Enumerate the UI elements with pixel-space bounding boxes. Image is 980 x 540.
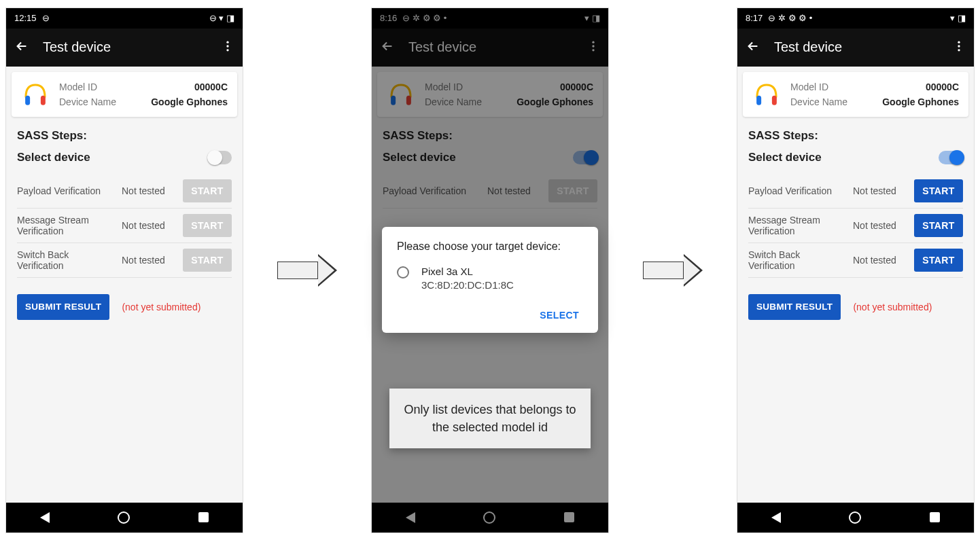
flow-arrow	[277, 254, 337, 287]
step-status: Not tested	[122, 185, 176, 196]
select-device-toggle[interactable]	[207, 151, 232, 164]
app-bar: Test device	[6, 29, 243, 67]
device-name-value: Google Gphones	[151, 96, 228, 107]
device-name-label: Device Name	[790, 96, 847, 107]
step-name: Switch Back Verification	[17, 249, 115, 271]
status-left-icons: ⊖ ✲ ⚙ ⚙ •	[768, 13, 812, 23]
submit-row: SUBMIT RESULT (not yet submitted)	[737, 278, 974, 336]
select-device-label: Select device	[748, 151, 822, 164]
submit-result-button[interactable]: SUBMIT RESULT	[748, 294, 841, 320]
svg-rect-9	[406, 95, 411, 105]
status-bar: 8:16 ⊖ ✲ ⚙ ⚙ • ▾ ◨	[372, 8, 608, 29]
nav-recent-icon[interactable]	[930, 512, 940, 522]
choose-device-dialog: Please choose your target device: Pixel …	[382, 227, 598, 334]
svg-point-1	[226, 45, 228, 47]
status-right-icons: ⊖ ▾ ◨	[209, 13, 234, 23]
status-left-icons: ⊖ ✲ ⚙ ⚙ •	[402, 13, 447, 23]
nav-bar	[6, 503, 243, 533]
back-icon[interactable]	[380, 39, 395, 56]
nav-back-icon[interactable]	[40, 512, 50, 523]
device-name-label: Device Name	[425, 96, 482, 107]
status-time: 12:15	[14, 13, 37, 23]
step-row: Message Stream Verification Not tested S…	[17, 209, 232, 243]
section-title: SASS Steps:	[737, 122, 974, 148]
step-row: Switch Back Verification Not tested STAR…	[17, 243, 232, 278]
select-device-label: Select device	[383, 151, 456, 164]
status-right-icons: ▾ ◨	[950, 13, 966, 23]
start-button[interactable]: START	[914, 214, 963, 237]
step-row: Payload Verification Not tested START	[748, 174, 963, 209]
more-icon[interactable]	[587, 39, 600, 56]
svg-rect-4	[41, 95, 46, 105]
submit-result-button[interactable]: SUBMIT RESULT	[17, 294, 109, 320]
svg-point-6	[592, 45, 594, 47]
page-title: Test device	[43, 39, 111, 55]
svg-rect-8	[391, 95, 396, 105]
dialog-title: Please choose your target device:	[397, 240, 583, 253]
dialog-device-mac: 3C:8D:20:DC:D1:8C	[421, 278, 514, 292]
section-title: SASS Steps:	[372, 122, 608, 148]
start-button: START	[183, 179, 232, 202]
device-card[interactable]: Model ID 00000C Device Name Google Gphon…	[12, 72, 237, 117]
start-button[interactable]: START	[914, 179, 963, 202]
back-icon[interactable]	[746, 39, 760, 56]
step-name: Message Stream Verification	[748, 215, 846, 236]
phone-screen-2: 8:16 ⊖ ✲ ⚙ ⚙ • ▾ ◨ Test device Model ID …	[371, 7, 609, 533]
more-icon[interactable]	[952, 39, 966, 56]
start-button: START	[183, 214, 232, 237]
start-button[interactable]: START	[914, 249, 963, 272]
model-id-label: Model ID	[59, 82, 97, 92]
not-submitted-label: (not yet submitted)	[853, 302, 932, 312]
svg-rect-13	[756, 95, 761, 105]
nav-recent-icon[interactable]	[564, 512, 574, 522]
step-row: Message Stream Verification Not tested S…	[748, 209, 963, 243]
step-name: Payload Verification	[748, 185, 846, 196]
page-title: Test device	[774, 39, 842, 55]
submit-row: SUBMIT RESULT (not yet submitted)	[6, 278, 243, 336]
more-icon[interactable]	[221, 39, 234, 56]
device-card[interactable]: Model ID 00000C Device Name Google Gphon…	[377, 72, 603, 117]
nav-home-icon[interactable]	[849, 511, 861, 524]
device-name-value: Google Gphones	[517, 96, 593, 107]
nav-home-icon[interactable]	[483, 511, 495, 524]
phone-screen-1: 12:15 ⊖ ⊖ ▾ ◨ Test device Model ID 00000…	[5, 7, 243, 533]
nav-back-icon[interactable]	[771, 512, 781, 523]
step-name: Message Stream Verification	[17, 215, 115, 236]
step-list: Payload Verification Not tested START Me…	[6, 174, 243, 278]
step-row: Payload Verification Not tested START	[17, 174, 232, 209]
start-button: START	[183, 249, 232, 272]
svg-rect-14	[772, 95, 777, 105]
svg-point-2	[226, 49, 228, 51]
flow-arrow	[643, 254, 703, 287]
dialog-device-option[interactable]: Pixel 3a XL 3C:8D:20:DC:D1:8C	[397, 265, 583, 293]
select-device-toggle[interactable]	[573, 151, 597, 164]
select-device-toggle[interactable]	[939, 151, 963, 164]
step-status: Not tested	[853, 255, 907, 266]
headphones-icon	[752, 80, 781, 109]
step-list: Payload Verification Not tested START Me…	[737, 174, 974, 278]
nav-back-icon[interactable]	[406, 512, 415, 523]
phone-screen-3: 8:17 ⊖ ✲ ⚙ ⚙ • ▾ ◨ Test device Model ID …	[737, 7, 975, 533]
status-bar: 8:17 ⊖ ✲ ⚙ ⚙ • ▾ ◨	[737, 8, 974, 29]
status-bar: 12:15 ⊖ ⊖ ▾ ◨	[6, 8, 243, 29]
nav-home-icon[interactable]	[118, 511, 130, 524]
not-submitted-label: (not yet submitted)	[122, 302, 200, 312]
svg-point-10	[958, 41, 960, 43]
radio-icon[interactable]	[397, 266, 409, 278]
select-device-row: Select device	[737, 148, 974, 174]
page-title: Test device	[408, 39, 476, 55]
nav-recent-icon[interactable]	[198, 512, 209, 522]
svg-rect-3	[25, 95, 30, 105]
start-button: START	[548, 179, 597, 202]
step-status: Not tested	[122, 220, 176, 231]
svg-point-12	[958, 49, 960, 51]
headphones-icon	[387, 80, 415, 109]
svg-point-7	[592, 49, 594, 51]
svg-point-0	[226, 41, 228, 43]
back-icon[interactable]	[14, 39, 29, 56]
dialog-select-button[interactable]: SELECT	[536, 304, 583, 326]
status-time: 8:17	[746, 13, 763, 23]
model-id-label: Model ID	[425, 82, 463, 92]
device-card[interactable]: Model ID 00000C Device Name Google Gphon…	[743, 72, 968, 117]
svg-point-11	[958, 45, 960, 47]
